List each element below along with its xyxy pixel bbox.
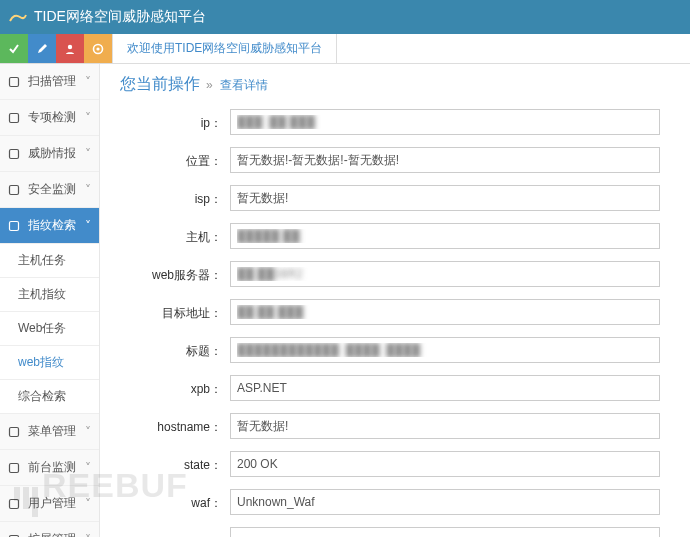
form-row-5: 目标地址： — [120, 299, 670, 325]
form-label-4: web服务器： — [120, 261, 230, 284]
form-input-1[interactable] — [230, 147, 660, 173]
sidebar-item-5[interactable]: 菜单管理˅ — [0, 414, 99, 450]
form-row-1: 位置： — [120, 147, 670, 173]
form-input-5[interactable] — [230, 299, 660, 325]
sidebar-item-label: 安全监测 — [28, 181, 85, 198]
form-input-10[interactable] — [230, 489, 660, 515]
page-title: 您当前操作 — [120, 74, 200, 95]
sidebar-subitem-4-3[interactable]: web指纹 — [0, 346, 99, 380]
sidebar-subitem-4-1[interactable]: 主机指纹 — [0, 278, 99, 312]
chevron-down-icon: ˅ — [85, 533, 91, 538]
chevron-down-icon: ˅ — [85, 219, 91, 233]
chevron-down-icon: ˅ — [85, 497, 91, 511]
sidebar-item-label: 前台监测 — [28, 459, 85, 476]
sidebar-item-label: 威胁情报 — [28, 145, 85, 162]
form-input-7[interactable] — [230, 375, 660, 401]
page-title-row: 您当前操作 » 查看详情 — [120, 74, 670, 95]
sidebar: 扫描管理˅专项检测˅威胁情报˅安全监测˅指纹检索˅主机任务主机指纹Web任务we… — [0, 64, 100, 537]
svg-rect-7 — [10, 221, 19, 230]
sidebar-item-label: 专项检测 — [28, 109, 85, 126]
sidebar-subitem-4-4[interactable]: 综合检索 — [0, 380, 99, 414]
form-row-0: ip： — [120, 109, 670, 135]
toolbar-edit-button[interactable] — [28, 34, 56, 63]
sidebar-item-3[interactable]: 安全监测˅ — [0, 172, 99, 208]
sidebar-item-label: 用户管理 — [28, 495, 85, 512]
svg-rect-3 — [10, 77, 19, 86]
form-label-9: state： — [120, 451, 230, 474]
toolbar-user-button[interactable] — [56, 34, 84, 63]
form-label-6: 标题： — [120, 337, 230, 360]
toolbar-check-button[interactable] — [0, 34, 28, 63]
puzzle-icon — [8, 534, 22, 538]
form-input-2[interactable] — [230, 185, 660, 211]
form-row-8: hostname： — [120, 413, 670, 439]
form-input-11[interactable] — [230, 527, 660, 537]
monitor-icon — [8, 462, 22, 474]
sidebar-item-label: 扩展管理 — [28, 531, 85, 537]
fingerprint-icon — [8, 220, 22, 232]
form-row-3: 主机： — [120, 223, 670, 249]
chevron-down-icon: ˅ — [85, 75, 91, 89]
form-input-4[interactable] — [230, 261, 660, 287]
menu-icon — [8, 426, 22, 438]
form-label-10: waf： — [120, 489, 230, 512]
svg-rect-4 — [10, 113, 19, 122]
scan-icon — [8, 76, 22, 88]
form-row-11: cms： — [120, 527, 670, 537]
form-label-5: 目标地址： — [120, 299, 230, 322]
form-input-9[interactable] — [230, 451, 660, 477]
form-row-7: xpb： — [120, 375, 670, 401]
form-row-9: state： — [120, 451, 670, 477]
form-row-10: waf： — [120, 489, 670, 515]
form-label-3: 主机： — [120, 223, 230, 246]
form-row-6: 标题： — [120, 337, 670, 363]
toolbar-settings-button[interactable] — [84, 34, 112, 63]
shield-icon — [8, 184, 22, 196]
form-label-7: xpb： — [120, 375, 230, 398]
form-input-8[interactable] — [230, 413, 660, 439]
chevron-down-icon: ˅ — [85, 183, 91, 197]
welcome-tab[interactable]: 欢迎使用TIDE网络空间威胁感知平台 — [112, 34, 337, 63]
welcome-tab-label: 欢迎使用TIDE网络空间威胁感知平台 — [127, 40, 322, 57]
svg-rect-8 — [10, 427, 19, 436]
sidebar-item-6[interactable]: 前台监测˅ — [0, 450, 99, 486]
form-label-0: ip： — [120, 109, 230, 132]
svg-rect-6 — [10, 185, 19, 194]
form-input-3[interactable] — [230, 223, 660, 249]
sidebar-subitem-4-2[interactable]: Web任务 — [0, 312, 99, 346]
sidebar-item-label: 扫描管理 — [28, 73, 85, 90]
sidebar-item-label: 指纹检索 — [28, 217, 85, 234]
form-label-8: hostname： — [120, 413, 230, 436]
sidebar-subitem-4-0[interactable]: 主机任务 — [0, 244, 99, 278]
chevron-down-icon: ˅ — [85, 147, 91, 161]
sidebar-item-1[interactable]: 专项检测˅ — [0, 100, 99, 136]
form-label-2: isp： — [120, 185, 230, 208]
form-label-1: 位置： — [120, 147, 230, 170]
sidebar-item-label: 菜单管理 — [28, 423, 85, 440]
sidebar-item-4[interactable]: 指纹检索˅ — [0, 208, 99, 244]
form-input-0[interactable] — [230, 109, 660, 135]
sidebar-item-7[interactable]: 用户管理˅ — [0, 486, 99, 522]
breadcrumb-link[interactable]: 查看详情 — [220, 78, 268, 92]
chevron-down-icon: ˅ — [85, 425, 91, 439]
form-input-6[interactable] — [230, 337, 660, 363]
form-row-2: isp： — [120, 185, 670, 211]
sidebar-item-2[interactable]: 威胁情报˅ — [0, 136, 99, 172]
svg-rect-5 — [10, 149, 19, 158]
chevron-down-icon: ˅ — [85, 461, 91, 475]
app-logo-icon — [8, 7, 28, 27]
svg-point-0 — [68, 44, 72, 48]
form-label-11: cms： — [120, 527, 230, 537]
breadcrumb: » 查看详情 — [206, 77, 268, 94]
sidebar-item-8[interactable]: 扩展管理˅ — [0, 522, 99, 537]
svg-rect-10 — [10, 499, 19, 508]
app-title: TIDE网络空间威胁感知平台 — [34, 8, 206, 26]
svg-rect-9 — [10, 463, 19, 472]
breadcrumb-sep: » — [206, 78, 213, 92]
chevron-down-icon: ˅ — [85, 111, 91, 125]
form-row-4: web服务器： — [120, 261, 670, 287]
sidebar-item-0[interactable]: 扫描管理˅ — [0, 64, 99, 100]
toolbar: 欢迎使用TIDE网络空间威胁感知平台 — [0, 34, 690, 64]
app-header: TIDE网络空间威胁感知平台 — [0, 0, 690, 34]
svg-point-2 — [96, 47, 99, 50]
